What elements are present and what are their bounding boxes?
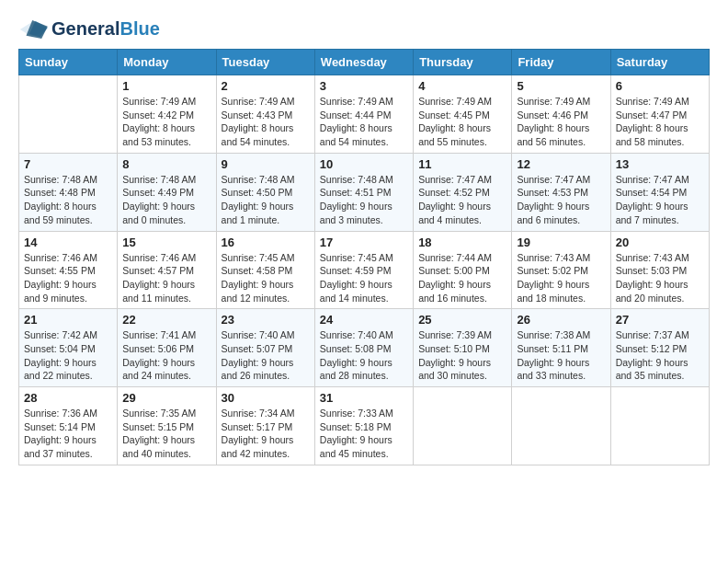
day-info: Sunrise: 7:47 AM Sunset: 4:52 PM Dayligh… [418, 173, 506, 227]
day-info: Sunrise: 7:43 AM Sunset: 5:02 PM Dayligh… [517, 251, 605, 305]
calendar-cell: 28Sunrise: 7:36 AM Sunset: 5:14 PM Dayli… [19, 387, 118, 465]
calendar-cell: 22Sunrise: 7:41 AM Sunset: 5:06 PM Dayli… [118, 309, 216, 387]
week-row-5: 28Sunrise: 7:36 AM Sunset: 5:14 PM Dayli… [19, 387, 710, 465]
logo-icon [18, 20, 48, 39]
day-info: Sunrise: 7:44 AM Sunset: 5:00 PM Dayligh… [418, 251, 506, 305]
header-cell-thursday: Thursday [414, 50, 512, 75]
calendar-table: SundayMondayTuesdayWednesdayThursdayFrid… [18, 49, 710, 465]
day-info: Sunrise: 7:46 AM Sunset: 4:55 PM Dayligh… [24, 251, 112, 305]
week-row-4: 21Sunrise: 7:42 AM Sunset: 5:04 PM Dayli… [19, 309, 710, 387]
day-number: 12 [517, 157, 605, 171]
page-header: GeneralBlue [18, 18, 710, 40]
calendar-cell: 17Sunrise: 7:45 AM Sunset: 4:59 PM Dayli… [314, 231, 413, 309]
calendar-cell: 18Sunrise: 7:44 AM Sunset: 5:00 PM Dayli… [414, 231, 512, 309]
calendar-cell [19, 75, 118, 154]
header-cell-sunday: Sunday [19, 50, 118, 75]
calendar-cell [512, 387, 610, 465]
calendar-cell: 10Sunrise: 7:48 AM Sunset: 4:51 PM Dayli… [314, 153, 413, 231]
calendar-cell [610, 387, 709, 465]
calendar-cell: 29Sunrise: 7:35 AM Sunset: 5:15 PM Dayli… [118, 387, 216, 465]
day-number: 9 [222, 157, 310, 171]
calendar-cell: 3Sunrise: 7:49 AM Sunset: 4:44 PM Daylig… [314, 75, 413, 154]
calendar-cell: 27Sunrise: 7:37 AM Sunset: 5:12 PM Dayli… [610, 309, 709, 387]
day-number: 10 [320, 157, 408, 171]
day-number: 7 [24, 157, 112, 171]
day-info: Sunrise: 7:34 AM Sunset: 5:17 PM Dayligh… [222, 407, 310, 461]
day-info: Sunrise: 7:41 AM Sunset: 5:06 PM Dayligh… [122, 328, 210, 383]
day-info: Sunrise: 7:48 AM Sunset: 4:50 PM Dayligh… [222, 173, 310, 227]
day-number: 6 [616, 79, 704, 93]
svg-marker-2 [27, 20, 48, 39]
day-info: Sunrise: 7:42 AM Sunset: 5:04 PM Dayligh… [24, 328, 112, 383]
calendar-cell: 9Sunrise: 7:48 AM Sunset: 4:50 PM Daylig… [216, 153, 314, 231]
calendar-cell: 1Sunrise: 7:49 AM Sunset: 4:42 PM Daylig… [118, 75, 216, 154]
day-number: 27 [616, 313, 704, 327]
calendar-cell: 2Sunrise: 7:49 AM Sunset: 4:43 PM Daylig… [216, 75, 314, 154]
week-row-1: 1Sunrise: 7:49 AM Sunset: 4:42 PM Daylig… [19, 75, 710, 154]
week-row-2: 7Sunrise: 7:48 AM Sunset: 4:48 PM Daylig… [19, 153, 710, 231]
day-number: 17 [320, 236, 408, 249]
day-number: 20 [616, 236, 704, 249]
day-info: Sunrise: 7:36 AM Sunset: 5:14 PM Dayligh… [24, 407, 112, 461]
calendar-cell: 31Sunrise: 7:33 AM Sunset: 5:18 PM Dayli… [314, 387, 413, 465]
header-cell-saturday: Saturday [610, 50, 709, 75]
day-info: Sunrise: 7:40 AM Sunset: 5:08 PM Dayligh… [320, 328, 408, 383]
calendar-cell: 6Sunrise: 7:49 AM Sunset: 4:47 PM Daylig… [610, 75, 709, 154]
calendar-cell: 24Sunrise: 7:40 AM Sunset: 5:08 PM Dayli… [314, 309, 413, 387]
day-number: 11 [418, 157, 506, 171]
day-number: 26 [517, 313, 605, 327]
day-info: Sunrise: 7:45 AM Sunset: 4:58 PM Dayligh… [222, 251, 310, 305]
day-number: 1 [122, 79, 210, 93]
header-cell-tuesday: Tuesday [216, 50, 314, 75]
calendar-cell: 25Sunrise: 7:39 AM Sunset: 5:10 PM Dayli… [414, 309, 512, 387]
header-row: SundayMondayTuesdayWednesdayThursdayFrid… [19, 50, 710, 75]
day-info: Sunrise: 7:48 AM Sunset: 4:49 PM Dayligh… [122, 173, 210, 227]
calendar-cell: 7Sunrise: 7:48 AM Sunset: 4:48 PM Daylig… [19, 153, 118, 231]
day-info: Sunrise: 7:49 AM Sunset: 4:46 PM Dayligh… [517, 95, 605, 149]
calendar-cell: 26Sunrise: 7:38 AM Sunset: 5:11 PM Dayli… [512, 309, 610, 387]
calendar-cell: 5Sunrise: 7:49 AM Sunset: 4:46 PM Daylig… [512, 75, 610, 154]
day-number: 14 [24, 236, 112, 249]
calendar-cell: 19Sunrise: 7:43 AM Sunset: 5:02 PM Dayli… [512, 231, 610, 309]
calendar-cell: 15Sunrise: 7:46 AM Sunset: 4:57 PM Dayli… [118, 231, 216, 309]
calendar-cell: 11Sunrise: 7:47 AM Sunset: 4:52 PM Dayli… [414, 153, 512, 231]
calendar-cell: 30Sunrise: 7:34 AM Sunset: 5:17 PM Dayli… [216, 387, 314, 465]
day-number: 15 [122, 236, 210, 249]
calendar-cell: 23Sunrise: 7:40 AM Sunset: 5:07 PM Dayli… [216, 309, 314, 387]
day-info: Sunrise: 7:48 AM Sunset: 4:48 PM Dayligh… [24, 173, 112, 227]
day-number: 30 [222, 391, 310, 405]
calendar-cell: 8Sunrise: 7:48 AM Sunset: 4:49 PM Daylig… [118, 153, 216, 231]
day-number: 23 [222, 313, 310, 327]
day-number: 8 [122, 157, 210, 171]
calendar-cell: 16Sunrise: 7:45 AM Sunset: 4:58 PM Dayli… [216, 231, 314, 309]
day-number: 5 [517, 79, 605, 93]
day-info: Sunrise: 7:35 AM Sunset: 5:15 PM Dayligh… [122, 407, 210, 461]
day-number: 29 [122, 391, 210, 405]
day-info: Sunrise: 7:45 AM Sunset: 4:59 PM Dayligh… [320, 251, 408, 305]
day-info: Sunrise: 7:49 AM Sunset: 4:43 PM Dayligh… [222, 95, 310, 149]
day-number: 16 [222, 236, 310, 249]
day-number: 25 [418, 313, 506, 327]
day-info: Sunrise: 7:38 AM Sunset: 5:11 PM Dayligh… [517, 328, 605, 383]
calendar-cell [414, 387, 512, 465]
calendar-cell: 20Sunrise: 7:43 AM Sunset: 5:03 PM Dayli… [610, 231, 709, 309]
day-number: 4 [418, 79, 506, 93]
logo: GeneralBlue [18, 18, 160, 40]
day-number: 2 [222, 79, 310, 93]
day-info: Sunrise: 7:40 AM Sunset: 5:07 PM Dayligh… [222, 328, 310, 383]
calendar-cell: 13Sunrise: 7:47 AM Sunset: 4:54 PM Dayli… [610, 153, 709, 231]
day-info: Sunrise: 7:37 AM Sunset: 5:12 PM Dayligh… [616, 328, 704, 383]
day-number: 13 [616, 157, 704, 171]
day-number: 19 [517, 236, 605, 249]
header-cell-friday: Friday [512, 50, 610, 75]
logo-text: GeneralBlue [51, 18, 160, 40]
calendar-cell: 14Sunrise: 7:46 AM Sunset: 4:55 PM Dayli… [19, 231, 118, 309]
day-number: 28 [24, 391, 112, 405]
day-number: 3 [320, 79, 408, 93]
day-info: Sunrise: 7:49 AM Sunset: 4:47 PM Dayligh… [616, 95, 704, 149]
day-number: 24 [320, 313, 408, 327]
day-number: 31 [320, 391, 408, 405]
day-info: Sunrise: 7:39 AM Sunset: 5:10 PM Dayligh… [418, 328, 506, 383]
day-info: Sunrise: 7:43 AM Sunset: 5:03 PM Dayligh… [616, 251, 704, 305]
day-info: Sunrise: 7:48 AM Sunset: 4:51 PM Dayligh… [320, 173, 408, 227]
